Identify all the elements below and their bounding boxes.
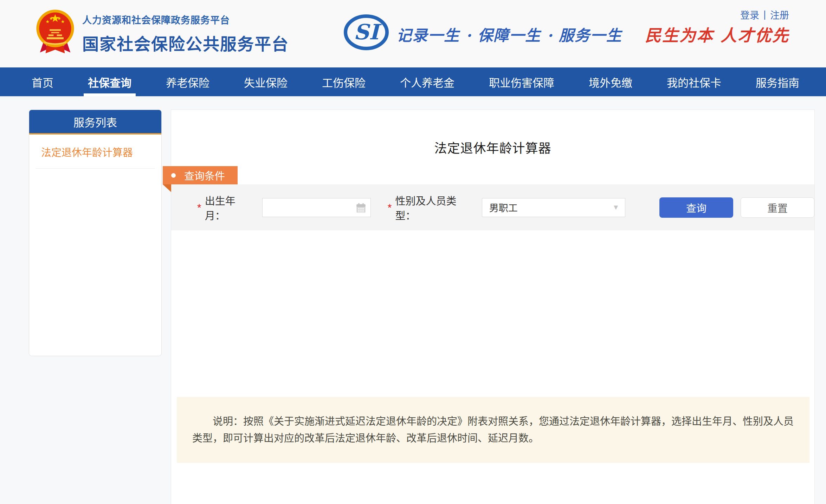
sidebar-title: 服务列表: [29, 110, 161, 135]
chevron-down-icon: ▼: [612, 203, 619, 211]
birth-month-label: 出生年月：: [205, 193, 254, 222]
page: 人力资源和社会保障政务服务平台 国家社会保险公共服务平台 SI 记录一生 · 保…: [0, 0, 826, 504]
platform-title: 国家社会保险公共服务平台: [82, 31, 289, 55]
reset-button[interactable]: 重置: [741, 197, 814, 218]
person-type-field: * 性别及人员类型： 男职工 ▼: [388, 193, 625, 222]
nav-item-my-social-card[interactable]: 我的社保卡: [662, 67, 726, 96]
birth-required-asterisk: *: [197, 202, 201, 213]
platform-subtitle: 人力资源和社会保障政务服务平台: [82, 13, 289, 26]
slogan-red: 民生为本 人才优先: [645, 22, 789, 46]
query-button[interactable]: 查询: [659, 197, 733, 218]
nav-item-work-injury-insurance[interactable]: 工伤保险: [317, 67, 370, 96]
register-link[interactable]: 注册: [770, 8, 789, 21]
nav-item-shebao-query[interactable]: 社保查询: [83, 67, 136, 96]
person-type-value: 男职工: [489, 201, 518, 214]
slogan-blue: 记录一生 · 保障一生 · 服务一生: [396, 23, 622, 45]
main-nav: 首页 社保查询 养老保险 失业保险 工伤保险 个人养老金 职业伤害保障 境外免缴…: [0, 67, 826, 96]
site-header: 人力资源和社会保障政务服务平台 国家社会保险公共服务平台 SI 记录一生 · 保…: [0, 0, 826, 67]
form-buttons: 查询 重置: [659, 197, 814, 218]
sidebar: 服务列表 法定退休年龄计算器: [29, 110, 162, 356]
nav-item-pension-insurance[interactable]: 养老保险: [161, 67, 214, 96]
query-form: * 出生年月： * 性别及人员类型：: [171, 184, 814, 230]
nav-item-occupational-injury[interactable]: 职业伤害保障: [484, 67, 559, 96]
section-tag-label: 查询条件: [184, 168, 225, 183]
nav-item-home[interactable]: 首页: [27, 67, 58, 96]
nav-item-personal-pension[interactable]: 个人养老金: [395, 67, 459, 96]
login-link[interactable]: 登录: [740, 8, 759, 21]
nav-item-service-guide[interactable]: 服务指南: [751, 67, 804, 96]
ribbon-fold: [163, 184, 171, 192]
auth-links: 登录 | 注册: [740, 8, 789, 21]
section-tag-query-conditions: 查询条件: [163, 166, 238, 184]
main-panel: 法定退休年龄计算器 查询条件 * 出生年月：: [171, 110, 815, 504]
person-type-label: 性别及人员类型：: [395, 193, 474, 222]
si-logo-icon: SI: [343, 13, 390, 51]
page-title: 法定退休年龄计算器: [171, 138, 814, 156]
bullet-dot-icon: [171, 173, 176, 178]
instruction-note: 说明：按照《关于实施渐进式延迟法定退休年龄的决定》附表对照关系，您通过法定退休年…: [177, 397, 809, 463]
type-required-asterisk: *: [388, 202, 392, 213]
birth-month-field[interactable]: [262, 198, 371, 217]
nav-item-overseas-exemption[interactable]: 境外免缴: [584, 67, 637, 96]
national-emblem-icon: [35, 8, 75, 54]
nav-item-unemployment-insurance[interactable]: 失业保险: [239, 67, 292, 96]
auth-divider: |: [763, 9, 766, 20]
brand-text: 人力资源和社会保障政务服务平台 国家社会保险公共服务平台: [82, 13, 289, 55]
instruction-note-text: 说明：按照《关于实施渐进式延迟法定退休年龄的决定》附表对照关系，您通过法定退休年…: [192, 413, 794, 447]
calendar-icon[interactable]: [355, 202, 367, 214]
birth-month-input[interactable]: [263, 198, 370, 217]
person-type-select[interactable]: 男职工 ▼: [482, 198, 625, 217]
sidebar-item-retirement-calculator[interactable]: 法定退休年龄计算器: [36, 135, 155, 169]
si-logo-text: SI: [354, 20, 382, 44]
